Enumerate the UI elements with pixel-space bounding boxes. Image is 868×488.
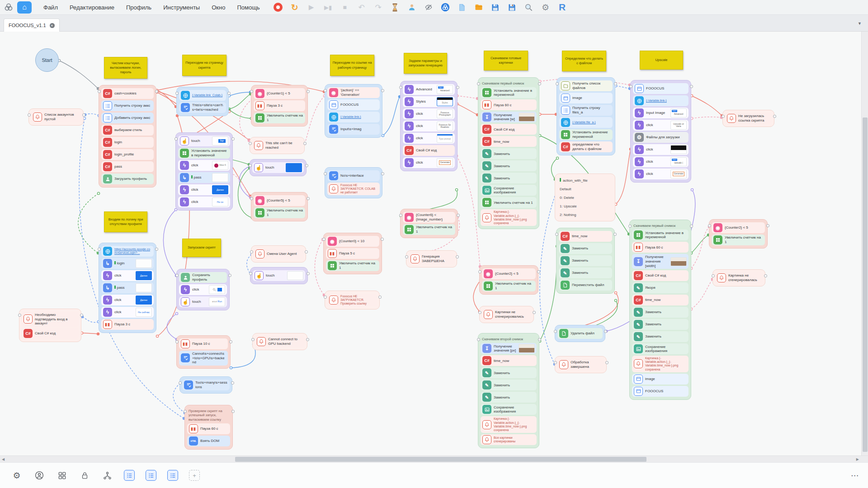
node-a2[interactable]: Необходимо подтвердить вход в аккаунтC#С…	[19, 309, 81, 342]
sticky-note-n4[interactable]: Запускаем скрипт	[182, 239, 221, 257]
action-row-bell[interactable]: Обработка завершена	[557, 359, 604, 370]
port[interactable]	[250, 250, 253, 253]
action-row-pause[interactable]: ▮▮Пауза 3 с	[254, 100, 305, 111]
menu-item-6[interactable]: Помощь	[237, 4, 259, 11]
port[interactable]	[722, 115, 725, 118]
sticky-note-n3[interactable]: Переходим на страницу скрипта	[182, 55, 226, 76]
save-as-icon[interactable]	[507, 2, 518, 13]
menu-item-1[interactable]: Файл	[43, 4, 58, 11]
sticky-note-n9[interactable]: Upscale	[640, 51, 683, 70]
node-a11[interactable]: Картинка не сгенерировалась	[712, 269, 765, 286]
action-row-list[interactable]: Получить строку аккс	[101, 100, 154, 111]
node-a3[interactable]: This site can't be reached	[250, 137, 305, 154]
eye-off-icon[interactable]	[423, 2, 434, 13]
node-g15[interactable]: Скачиваем первый снимокУстановить значен…	[478, 77, 539, 229]
tab-fooocus[interactable]: FOOOCUS_v1.1 ✕	[4, 19, 60, 32]
more-options-button[interactable]: ⋯	[851, 471, 859, 480]
node-g22[interactable]: Скачиваем первый снимокУстановить значен…	[629, 220, 691, 400]
port[interactable]	[554, 361, 557, 364]
port[interactable]	[227, 92, 231, 95]
list-view-2-icon[interactable]	[146, 470, 156, 481]
port[interactable]	[690, 225, 693, 228]
action-row-list[interactable]: Добавить строку аккс	[101, 113, 154, 123]
action-row-click[interactable]: ϟclickНе се	[178, 197, 230, 207]
node-g13[interactable]: ϟAdvancedInputAdvancedϟStylesStylesϟclic…	[400, 81, 458, 171]
port[interactable]	[229, 340, 232, 343]
port[interactable]	[305, 164, 308, 167]
action-row-input[interactable]: ↳login	[101, 258, 154, 269]
tab-close-icon[interactable]: ✕	[50, 23, 55, 28]
port[interactable]	[614, 82, 617, 85]
action-row-csharp[interactable]: C#Свой C# код	[22, 328, 79, 339]
node-g2[interactable]: https://accounts.google.com/ServiceLogin…	[99, 243, 156, 333]
port[interactable]	[381, 89, 384, 92]
port[interactable]	[155, 90, 158, 93]
port[interactable]	[399, 86, 402, 89]
hourglass-icon[interactable]	[390, 2, 401, 13]
action-row-csharp[interactable]: C#Свой C# код	[403, 145, 455, 156]
action-row-window[interactable]: FOOOCUS	[633, 83, 689, 94]
port[interactable]	[175, 274, 179, 277]
node-g9[interactable]: Проверяем скрипт на успешный запуск, выт…	[184, 405, 233, 450]
port[interactable]	[690, 85, 693, 88]
action-row-click[interactable]: ϟclickДалее	[178, 184, 230, 195]
action-row-grid[interactable]: Установить значение в переменной	[481, 87, 537, 98]
user-icon[interactable]	[406, 2, 417, 13]
action-row-checkdoc[interactable]: Cannot\s+connect\s+to\s+GPU\s+backend	[179, 351, 228, 366]
action-row-window[interactable]: FOOOCUS	[632, 386, 689, 397]
action-row-csharp[interactable]: C#time_now	[481, 355, 537, 366]
action-row-bell[interactable]: Не загрузилась ссылка скрипта	[725, 113, 772, 124]
action-row-globe[interactable]: {-Variable.link_Colab-}	[179, 90, 226, 101]
port[interactable]	[249, 164, 252, 167]
port[interactable]	[773, 115, 776, 118]
action-row-grid[interactable]: Увеличить счетчик на 1	[712, 235, 765, 245]
port[interactable]	[231, 410, 235, 413]
node-g6[interactable]: ◉{Counter5} < 5Увеличить счетчик на 1	[251, 192, 308, 221]
action-row-counter[interactable]: ◉{Counter5} < 5	[254, 195, 305, 206]
port[interactable]	[764, 274, 767, 277]
port[interactable]	[175, 137, 178, 141]
port[interactable]	[303, 142, 307, 145]
search-icon[interactable]	[524, 2, 534, 13]
port[interactable]	[249, 272, 252, 275]
action-row-input[interactable]: ↳pass	[101, 282, 154, 293]
action-row-click[interactable]: ϟStylesStyles	[403, 96, 455, 107]
action-row-touch[interactable]: ☝touch	[253, 270, 305, 281]
menu-item-3[interactable]: Профиль	[126, 4, 151, 11]
action-row-checkdoc[interactable]: No\s+interface	[327, 170, 380, 181]
settings-icon[interactable]: ⚙	[540, 2, 551, 13]
port[interactable]	[478, 270, 481, 273]
action-row-bell[interactable]: Fooocus НЕ ЗАГРУЖАЕТСЯ. COLAB не работае…	[327, 183, 380, 195]
menu-item-4[interactable]: Инструменты	[163, 4, 200, 11]
port[interactable]	[477, 338, 480, 341]
action-row-grid[interactable]: Увеличить счетчик на 1	[482, 281, 536, 291]
node-t2[interactable]: ☝touch	[250, 267, 308, 284]
node-a6[interactable]: Fooocus НЕ ЗАГРУЖАЕТСЯ. Проверить ссылку	[325, 291, 380, 310]
action-row-bell[interactable]: Картинки не сгенерировались	[482, 309, 531, 320]
port[interactable]	[307, 90, 310, 93]
port[interactable]	[457, 214, 460, 217]
action-row-counter[interactable]: ◉{Counter2} < 5	[712, 222, 765, 233]
port[interactable]	[98, 248, 101, 251]
action-row-pencil[interactable]: ✎Заменить	[481, 380, 537, 390]
action-row-bell[interactable]: Генерация ЗАВЕРШЕНА	[409, 253, 454, 264]
sticky-note-n2[interactable]: Входим по логину при отсутствии профиля	[104, 211, 147, 232]
menu-item-2[interactable]: Редактирование	[70, 4, 114, 11]
action-row-csharp[interactable]: C#определяем что делать с файлом	[559, 141, 613, 152]
node-g4[interactable]: ◉{Counter1} < 5▮▮Пауза 3 сУвеличить счет…	[251, 85, 308, 127]
action-row-pencil[interactable]: ✎Заменить	[632, 331, 689, 342]
port[interactable]	[250, 197, 253, 200]
node-g7[interactable]: Сохранить профильϟclick☝touchancel Run	[176, 269, 230, 310]
port[interactable]	[305, 250, 308, 253]
action-row-click[interactable]: ϟclickFooocus Photograph	[403, 108, 455, 119]
action-row-click[interactable]: ϟclickGenerate	[633, 169, 689, 179]
open-folder-icon[interactable]	[473, 2, 484, 13]
action-row-bell[interactable]: Список аккаунтов пустой	[31, 112, 81, 122]
node-g23[interactable]: ◉{Counter2} < 5Увеличить счетчик на 1	[709, 219, 768, 249]
action-row-grid[interactable]: Установить значение в переменной	[178, 148, 230, 159]
action-row-globe[interactable]: {-Variable.file_a-}	[559, 117, 613, 128]
node-g17[interactable]: Скачиваем второй снимок↧Получение значен…	[478, 333, 539, 448]
action-row-pause[interactable]: ▮▮Пауза 60 с	[481, 99, 537, 110]
action-row-counter[interactable]: ◉'{action}' == 'Generation'	[327, 87, 380, 98]
action-row-gear[interactable]: ⚙Файлы для загрузки	[633, 132, 689, 143]
